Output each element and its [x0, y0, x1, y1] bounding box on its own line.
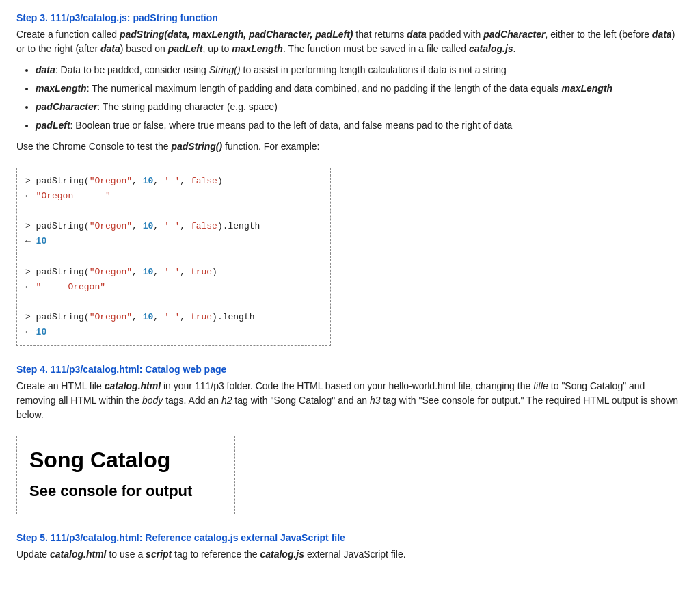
h3-word: h3 — [370, 395, 381, 406]
string-func: String() — [209, 64, 241, 75]
step5-header: Step 5. 111/p3/catalog.html: Reference c… — [16, 532, 684, 543]
maxlength-inline: maxLength — [561, 83, 612, 94]
bullet-data: data: Data to be padded, consider using … — [36, 63, 684, 77]
step5-catalog-js: catalog.js — [260, 549, 304, 560]
data-word: data — [407, 29, 427, 40]
body-word: body — [142, 395, 163, 406]
catalog-html-ref: catalog.html — [105, 380, 161, 391]
filename-word: catalog.js — [469, 43, 513, 54]
step3-intro-para: Create a function called padString(data,… — [16, 27, 684, 56]
step5-catalog-html: catalog.html — [50, 549, 106, 560]
code-line-8: ← 10 — [25, 325, 322, 340]
step5-intro-para: Update catalog.html to use a script tag … — [16, 547, 684, 562]
h2-word: h2 — [221, 395, 232, 406]
bullet-padchar: padCharacter: The string padding charact… — [36, 100, 684, 114]
code-line-2: ← "Oregon " — [25, 189, 322, 204]
padstring-func-ref: padString() — [171, 141, 222, 152]
code-line-6: ← " Oregon" — [25, 280, 322, 295]
code-line-3: > padString("Oregon", 10, ' ', false).le… — [25, 219, 322, 234]
step5-script-word: script — [146, 549, 172, 560]
padchar-word: padCharacter — [483, 29, 545, 40]
code-line-5: > padString("Oregon", 10, ' ', true) — [25, 265, 322, 280]
code-spacer-3 — [25, 295, 322, 310]
maxlength-word: maxLength — [232, 43, 283, 54]
code-line-1: > padString("Oregon", 10, ' ', false) — [25, 174, 322, 189]
output-h2: Song Catalog — [29, 447, 222, 473]
padleft-word: padLeft — [168, 43, 203, 54]
bullet-padchar-label: padCharacter — [36, 101, 97, 112]
output-h3: See console for output — [29, 482, 222, 500]
data-word3: data — [100, 43, 120, 54]
code-spacer-1 — [25, 204, 322, 219]
data-word2: data — [652, 29, 672, 40]
bullet-padleft: padLeft: Boolean true or false, where tr… — [36, 118, 684, 133]
html-output-box: Song Catalog See console for output — [16, 436, 235, 514]
code-line-7: > padString("Oregon", 10, ' ', true).len… — [25, 310, 322, 325]
code-example-box: > padString("Oregon", 10, ' ', false) ← … — [16, 168, 331, 346]
bullet-maxlength-label: maxLength — [36, 83, 87, 94]
code-line-4: ← 10 — [25, 234, 322, 249]
step4-intro-para: Create an HTML file catalog.html in your… — [16, 379, 684, 422]
bullet-list: data: Data to be padded, consider using … — [36, 63, 684, 133]
step4-header: Step 4. 111/p3/catalog.html: Catalog web… — [16, 364, 684, 375]
code-spacer-2 — [25, 249, 322, 264]
step3-header: Step 3. 111/p3/catalog.js: padString fun… — [16, 12, 684, 23]
bullet-maxlength: maxLength: The numerical maximum length … — [36, 81, 684, 96]
bullet-data-label: data — [36, 64, 55, 75]
bullet-padleft-label: padLeft — [36, 120, 70, 131]
chrome-console-text: Use the Chrome Console to test the padSt… — [16, 140, 684, 154]
func-sig: padString(data, maxLength, padCharacter,… — [120, 29, 353, 40]
title-word: title — [533, 380, 548, 391]
